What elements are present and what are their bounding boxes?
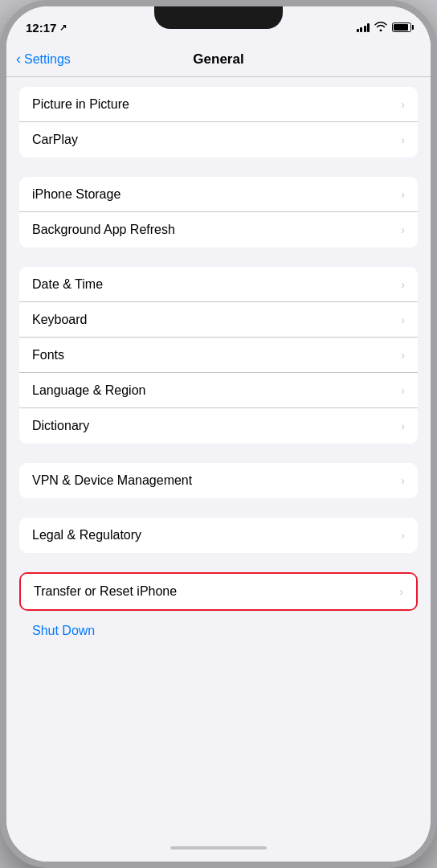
row-background-app-refresh[interactable]: Background App Refresh › (19, 212, 418, 248)
row-carplay[interactable]: CarPlay › (19, 122, 418, 158)
chevron-icon-iphone-storage: › (401, 188, 405, 201)
settings-group-4: VPN & Device Management › (19, 463, 418, 498)
back-label: Settings (24, 52, 71, 67)
shutdown-button[interactable]: Shut Down (6, 617, 431, 645)
row-vpn-device-management[interactable]: VPN & Device Management › (19, 463, 418, 498)
row-label-legal-regulatory: Legal & Regulatory (32, 528, 141, 542)
home-indicator (6, 834, 431, 862)
row-date-time[interactable]: Date & Time › (19, 267, 418, 302)
chevron-icon-transfer-reset: › (399, 585, 403, 598)
wifi-icon (374, 22, 387, 34)
volume-down-button[interactable] (0, 171, 2, 203)
page-title: General (193, 51, 243, 68)
chevron-icon-legal-regulatory: › (401, 529, 405, 542)
chevron-icon-keyboard: › (401, 313, 405, 326)
row-label-background-app-refresh: Background App Refresh (32, 223, 175, 237)
status-bar: 12:17 ↗ (6, 6, 431, 42)
location-icon: ↗ (59, 23, 67, 33)
chevron-icon-carplay: › (401, 133, 405, 146)
row-language-region[interactable]: Language & Region › (19, 373, 418, 408)
row-keyboard[interactable]: Keyboard › (19, 302, 418, 338)
chevron-icon-date-time: › (401, 278, 405, 291)
chevron-icon-background-app-refresh: › (401, 223, 405, 236)
nav-bar: ‹ Settings General (6, 42, 431, 77)
row-label-keyboard: Keyboard (32, 313, 88, 327)
chevron-icon-language-region: › (401, 384, 405, 397)
back-button[interactable]: ‹ Settings (16, 51, 71, 68)
battery-icon (392, 23, 411, 32)
settings-group-2: iPhone Storage › Background App Refresh … (19, 177, 418, 248)
status-icons (357, 22, 412, 34)
phone-frame: 12:17 ↗ (0, 0, 437, 868)
row-label-date-time: Date & Time (32, 277, 103, 292)
row-label-dictionary: Dictionary (32, 419, 89, 433)
row-label-picture-in-picture: Picture in Picture (32, 97, 129, 112)
settings-group-3: Date & Time › Keyboard › Fonts › Languag… (19, 267, 418, 444)
row-label-vpn-device-management: VPN & Device Management (32, 473, 192, 488)
row-picture-in-picture[interactable]: Picture in Picture › (19, 87, 418, 122)
row-label-iphone-storage: iPhone Storage (32, 187, 120, 202)
chevron-icon-vpn-device-management: › (401, 474, 405, 487)
scroll-content[interactable]: Picture in Picture › CarPlay › iPhone St… (6, 77, 431, 834)
row-legal-regulatory[interactable]: Legal & Regulatory › (19, 518, 418, 553)
row-dictionary[interactable]: Dictionary › (19, 408, 418, 444)
signal-icon (357, 23, 370, 32)
settings-group-1: Picture in Picture › CarPlay › (19, 87, 418, 158)
chevron-icon-fonts: › (401, 349, 405, 362)
time-label: 12:17 (26, 21, 56, 35)
chevron-icon-picture-in-picture: › (401, 98, 405, 111)
row-label-carplay: CarPlay (32, 133, 78, 147)
row-label-language-region: Language & Region (32, 383, 145, 398)
row-transfer-reset[interactable]: Transfer or Reset iPhone › (21, 574, 416, 609)
screen: 12:17 ↗ (6, 6, 431, 862)
settings-group-5: Legal & Regulatory › (19, 518, 418, 553)
row-iphone-storage[interactable]: iPhone Storage › (19, 177, 418, 212)
home-bar (170, 846, 267, 850)
row-label-fonts: Fonts (32, 348, 64, 362)
settings-group-transfer-reset: Transfer or Reset iPhone › (19, 572, 418, 611)
row-fonts[interactable]: Fonts › (19, 338, 418, 373)
status-time: 12:17 ↗ (26, 21, 67, 35)
back-chevron-icon: ‹ (16, 51, 21, 68)
chevron-icon-dictionary: › (401, 420, 405, 432)
volume-up-button[interactable] (0, 127, 2, 159)
row-label-transfer-reset: Transfer or Reset iPhone (34, 584, 177, 599)
